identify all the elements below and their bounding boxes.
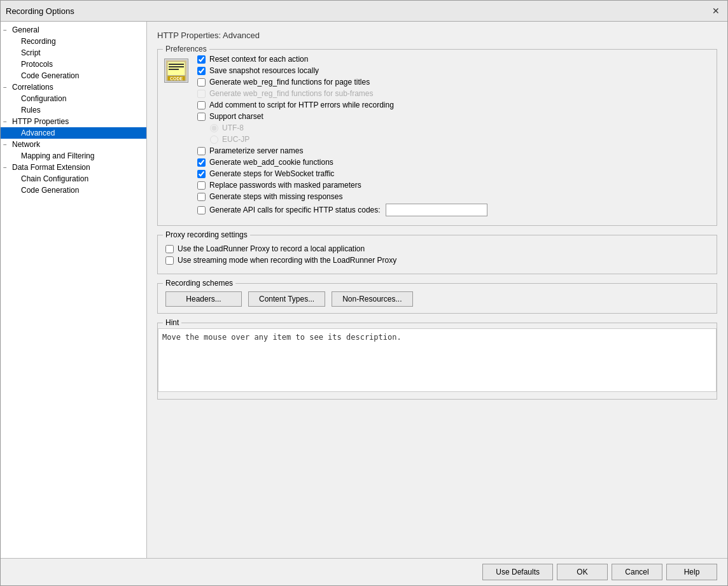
tree-label-correlations: Correlations [12, 83, 53, 92]
save-snapshot-label: Save snapshot resources locally [209, 66, 319, 75]
close-button[interactable]: ✕ [710, 4, 722, 17]
main-content: −GeneralRecordingScriptProtocolsCode Gen… [1, 22, 727, 558]
use-streaming-mode-checkbox[interactable] [165, 256, 174, 265]
gen-webreg-find-checkbox[interactable] [197, 78, 206, 87]
content-types-button[interactable]: Content Types... [248, 291, 325, 307]
gen-webreg-find-row: Generate web_reg_find functions for page… [197, 78, 487, 87]
utf8-row: UTF-8 [197, 123, 487, 132]
parameterize-server-checkbox[interactable] [197, 147, 206, 155]
recording-options-dialog: Recording Options ✕ −GeneralRecordingScr… [0, 0, 728, 586]
tree-item-rules[interactable]: Rules [1, 104, 146, 116]
gen-api-calls-label: Generate API calls for specific HTTP sta… [209, 206, 381, 214]
tree-item-recording[interactable]: Recording [1, 36, 146, 47]
gen-steps-websocket-row: Generate steps for WebSocket traffic [197, 169, 487, 178]
svg-rect-2 [169, 64, 184, 65]
replace-passwords-row: Replace passwords with masked parameters [197, 181, 487, 190]
tree-label-code-generation-2: Code Generation [21, 186, 79, 195]
hint-textarea [158, 328, 717, 392]
headers-button[interactable]: Headers... [165, 291, 242, 307]
tree-label-mapping-filtering: Mapping and Filtering [21, 151, 94, 160]
non-resources-button[interactable]: Non-Resources... [332, 291, 412, 307]
save-snapshot-checkbox[interactable] [197, 67, 206, 75]
gen-steps-missing-row: Generate steps with missing responses [197, 192, 487, 201]
gen-steps-missing-checkbox[interactable] [197, 193, 206, 201]
euc-jp-row: EUC-JP [197, 135, 487, 144]
gen-steps-websocket-label: Generate steps for WebSocket traffic [209, 169, 334, 178]
tree-item-data-format-ext[interactable]: −Data Format Extension [1, 162, 146, 173]
tree-item-correlations[interactable]: −Correlations [1, 81, 146, 93]
tree-label-general: General [12, 25, 39, 34]
tree-item-code-generation-1[interactable]: Code Generation [1, 70, 146, 81]
gen-api-calls-checkbox[interactable] [197, 206, 206, 214]
proxy-section: Proxy recording settings Use the LoadRun… [157, 235, 717, 274]
proxy-label: Proxy recording settings [163, 230, 250, 239]
reset-context-checkbox[interactable] [197, 55, 206, 64]
ok-button[interactable]: OK [557, 564, 608, 580]
support-charset-label: Support charset [209, 112, 263, 121]
tree-label-script: Script [21, 48, 41, 57]
http-status-codes-input[interactable] [386, 204, 487, 216]
parameterize-server-row: Parameterize server names [197, 146, 487, 155]
tree-item-http-properties[interactable]: −HTTP Properties [1, 116, 146, 127]
gen-web-add-cookie-checkbox[interactable] [197, 158, 206, 167]
tree-item-mapping-filtering[interactable]: Mapping and Filtering [1, 150, 146, 162]
hint-label: Hint [163, 318, 181, 327]
parameterize-server-label: Parameterize server names [209, 146, 303, 155]
schemes-buttons: Headers... Content Types... Non-Resource… [165, 291, 709, 307]
utf8-label: UTF-8 [222, 123, 244, 132]
use-streaming-mode-row: Use streaming mode when recording with t… [165, 256, 709, 265]
tree-expander-general[interactable]: − [3, 27, 12, 34]
tree-item-code-generation-2[interactable]: Code Generation [1, 185, 146, 196]
add-comment-checkbox[interactable] [197, 101, 206, 109]
replace-passwords-checkbox[interactable] [197, 181, 206, 190]
tree-expander-correlations[interactable]: − [3, 84, 12, 91]
tree-expander-network[interactable]: − [3, 141, 12, 148]
tree-label-network: Network [12, 140, 40, 149]
use-loadrunner-proxy-label: Use the LoadRunner Proxy to record a loc… [178, 244, 365, 253]
tree-item-script[interactable]: Script [1, 47, 146, 59]
footer: Use Defaults OK Cancel Help [1, 558, 727, 585]
cancel-button[interactable]: Cancel [612, 564, 662, 580]
gen-webreg-find-label: Generate web_reg_find functions for page… [209, 78, 370, 87]
gen-steps-websocket-checkbox[interactable] [197, 170, 206, 178]
reset-context-row: Reset context for each action [197, 55, 487, 64]
tree-item-general[interactable]: −General [1, 24, 146, 36]
tree-label-code-generation-1: Code Generation [21, 71, 79, 80]
svg-text:CODE: CODE [170, 76, 183, 81]
gen-webreg-subframes-label: Generate web_reg_find functions for sub-… [209, 89, 373, 98]
use-defaults-button[interactable]: Use Defaults [482, 564, 553, 580]
support-charset-row: Support charset [197, 112, 487, 121]
tree-item-advanced[interactable]: Advanced [1, 127, 146, 139]
hint-section: Hint [157, 323, 717, 400]
tree-label-configuration: Configuration [21, 94, 66, 103]
gen-api-calls-row: Generate API calls for specific HTTP sta… [197, 204, 487, 216]
gen-web-add-cookie-row: Generate web_add_cookie functions [197, 158, 487, 167]
schemes-section: Recording schemes Headers... Content Typ… [157, 283, 717, 314]
use-loadrunner-proxy-row: Use the LoadRunner Proxy to record a loc… [165, 244, 709, 253]
tree-item-network[interactable]: −Network [1, 139, 146, 150]
tree-item-configuration[interactable]: Configuration [1, 93, 146, 104]
svg-rect-3 [169, 66, 184, 67]
support-charset-checkbox[interactable] [197, 113, 206, 121]
tree-label-http-properties: HTTP Properties [12, 117, 69, 126]
tree-label-advanced: Advanced [21, 129, 55, 137]
tree-label-rules: Rules [21, 106, 41, 115]
use-streaming-mode-label: Use streaming mode when recording with t… [178, 256, 396, 265]
tree-expander-data-format-ext[interactable]: − [3, 164, 12, 171]
use-loadrunner-proxy-checkbox[interactable] [165, 245, 174, 253]
add-comment-label: Add comment to script for HTTP errors wh… [209, 101, 394, 109]
preferences-label: Preferences [163, 45, 209, 53]
tree-label-chain-configuration: Chain Configuration [21, 174, 88, 183]
title-bar: Recording Options ✕ [1, 1, 727, 22]
euc-jp-label: EUC-JP [222, 135, 249, 144]
tree-label-protocols: Protocols [21, 60, 53, 69]
reset-context-label: Reset context for each action [209, 55, 308, 64]
replace-passwords-label: Replace passwords with masked parameters [209, 181, 361, 190]
right-panel: HTTP Properties: Advanced Preferences [147, 22, 727, 558]
tree-expander-http-properties[interactable]: − [3, 118, 12, 125]
euc-jp-radio [210, 136, 218, 144]
tree-item-protocols[interactable]: Protocols [1, 59, 146, 70]
tree-item-chain-configuration[interactable]: Chain Configuration [1, 173, 146, 185]
tree-label-recording: Recording [21, 37, 56, 46]
help-button[interactable]: Help [666, 564, 717, 580]
